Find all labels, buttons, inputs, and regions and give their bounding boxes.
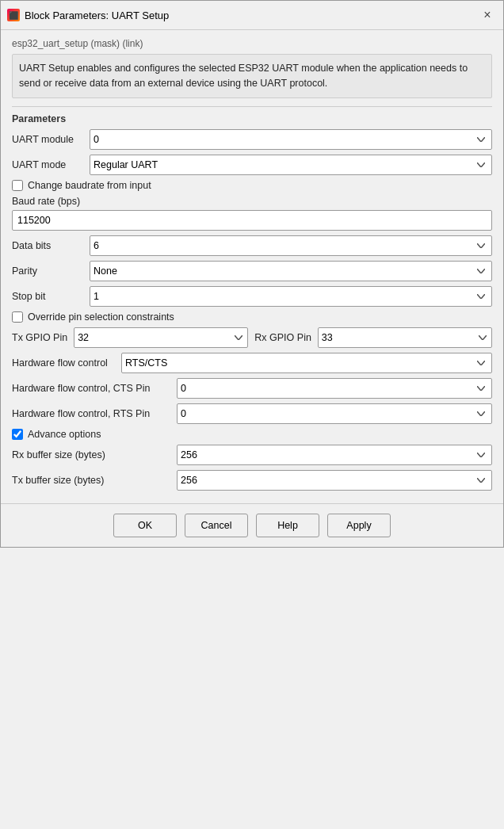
stop-bit-row: Stop bit 1 2 (12, 286, 492, 307)
cancel-button[interactable]: Cancel (185, 514, 248, 537)
tx-gpio-select[interactable]: 32 17 4 (74, 327, 248, 348)
parity-select[interactable]: None Even Odd (90, 261, 492, 281)
rts-pin-row: Hardware flow control, RTS Pin 0 18 23 (12, 403, 492, 424)
override-pin-checkbox[interactable] (12, 311, 23, 323)
tx-buffer-select[interactable]: 256 512 1024 (177, 470, 492, 491)
uart-mode-select[interactable]: Regular UART RS485 (90, 155, 492, 175)
parity-row: Parity None Even Odd (12, 261, 492, 281)
baud-rate-label: Baud rate (bps) (12, 196, 492, 207)
advance-options-checkbox[interactable] (12, 429, 23, 440)
tx-gpio-label: Tx GPIO Pin (12, 332, 67, 343)
rx-buffer-row: Rx buffer size (bytes) 256 512 1024 (12, 445, 492, 465)
advance-options-label[interactable]: Advance options (28, 429, 101, 440)
uart-module-label: UART module (12, 134, 83, 145)
apply-button[interactable]: Apply (327, 514, 391, 537)
advance-options-row: Advance options (12, 429, 492, 440)
stop-bit-select[interactable]: 1 2 (90, 286, 492, 307)
stop-bit-label: Stop bit (12, 291, 83, 302)
hw-flow-select[interactable]: RTS/CTS None (121, 353, 492, 373)
uart-module-select[interactable]: 0 1 2 (90, 129, 492, 150)
change-baudrate-checkbox[interactable] (12, 180, 23, 191)
gpio-pin-row: Tx GPIO Pin 32 17 4 Rx GPIO Pin 33 16 5 (12, 327, 492, 348)
override-pin-label[interactable]: Override pin selection constraints (28, 311, 174, 323)
tx-buffer-label: Tx buffer size (bytes) (12, 475, 170, 486)
override-pin-row: Override pin selection constraints (12, 311, 492, 323)
dialog-footer: OK Cancel Help Apply (1, 503, 503, 547)
rts-pin-select[interactable]: 0 18 23 (177, 403, 492, 424)
hw-flow-row: Hardware flow control RTS/CTS None (12, 353, 492, 373)
window-title: Block Parameters: UART Setup (25, 10, 169, 21)
rx-buffer-label: Rx buffer size (bytes) (12, 449, 170, 460)
hw-flow-label: Hardware flow control (12, 357, 115, 369)
section-parameters: Parameters (12, 113, 492, 124)
title-bar-left: ⬛ Block Parameters: UART Setup (7, 9, 169, 21)
change-baudrate-label[interactable]: Change baudrate from input (28, 180, 151, 191)
cts-pin-select[interactable]: 0 19 22 (177, 378, 492, 399)
cts-pin-label: Hardware flow control, CTS Pin (12, 383, 170, 394)
description-text: UART Setup enables and configures the se… (12, 54, 492, 98)
dialog-content: esp32_uart_setup (mask) (link) UART Setu… (1, 30, 503, 503)
rx-buffer-select[interactable]: 256 512 1024 (177, 445, 492, 465)
window-icon: ⬛ (7, 9, 20, 21)
uart-module-row: UART module 0 1 2 (12, 129, 492, 150)
data-bits-row: Data bits 5 6 7 8 (12, 235, 492, 256)
rx-gpio-label: Rx GPIO Pin (254, 332, 311, 343)
change-baudrate-row: Change baudrate from input (12, 180, 492, 191)
subtitle: esp32_uart_setup (mask) (link) (12, 38, 492, 49)
parity-label: Parity (12, 266, 83, 277)
close-button[interactable]: × (478, 6, 497, 25)
data-bits-select[interactable]: 5 6 7 8 (90, 235, 492, 256)
uart-mode-row: UART mode Regular UART RS485 (12, 155, 492, 175)
rts-pin-label: Hardware flow control, RTS Pin (12, 408, 170, 419)
uart-mode-label: UART mode (12, 159, 83, 170)
data-bits-label: Data bits (12, 240, 83, 251)
dialog-block-parameters: ⬛ Block Parameters: UART Setup × esp32_u… (0, 0, 504, 548)
baud-rate-input[interactable]: 115200 (12, 210, 492, 231)
cts-pin-row: Hardware flow control, CTS Pin 0 19 22 (12, 378, 492, 399)
divider-top (12, 106, 492, 107)
ok-button[interactable]: OK (113, 514, 177, 537)
rx-gpio-select[interactable]: 33 16 5 (318, 327, 492, 348)
help-button[interactable]: Help (256, 514, 319, 537)
tx-buffer-row: Tx buffer size (bytes) 256 512 1024 (12, 470, 492, 491)
title-bar: ⬛ Block Parameters: UART Setup × (1, 1, 503, 30)
